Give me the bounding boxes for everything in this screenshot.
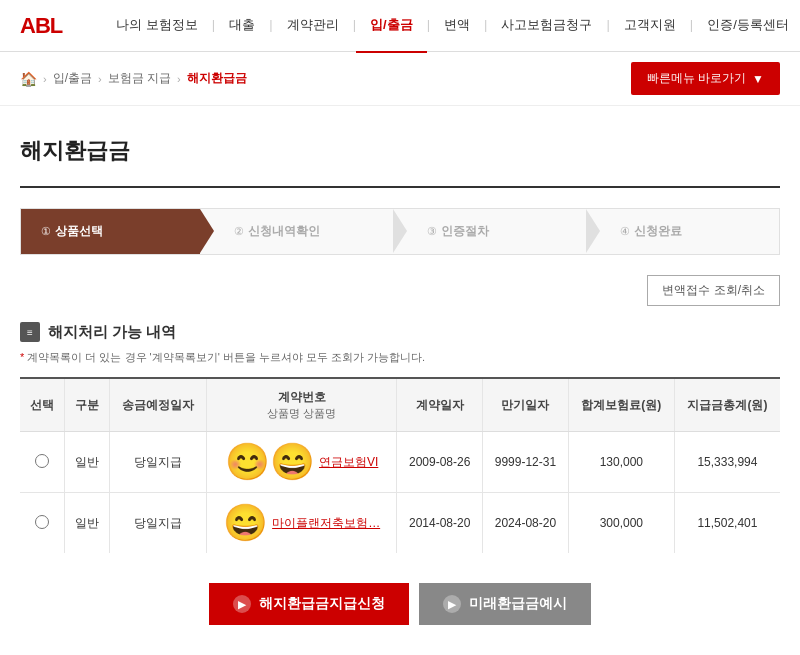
table-header-row: 선택 구분 송금예정일자 계약번호 상품명 상품명 계약일자 만기일자 합계보험… bbox=[20, 378, 780, 432]
cell-product-1: 😊😄 연금보험VI bbox=[206, 432, 396, 493]
th-만기일자: 만기일자 bbox=[483, 378, 569, 432]
cancel-button[interactable]: 변액접수 조회/취소 bbox=[647, 275, 780, 306]
th-gubun: 구분 bbox=[64, 378, 109, 432]
cell-송금예정일자-2: 당일지급 bbox=[109, 493, 206, 554]
cell-합계보험료-2: 300,000 bbox=[568, 493, 674, 554]
step-1-num: ① bbox=[41, 225, 51, 238]
cell-gubun-1: 일반 bbox=[64, 432, 109, 493]
future-icon: ▶ bbox=[443, 595, 461, 613]
table-row: 일반 당일지급 😄 마이플랜저축보험… 2014-08-20 2024-08-2… bbox=[20, 493, 780, 554]
cell-합계보험료-1: 130,000 bbox=[568, 432, 674, 493]
apply-icon: ▶ bbox=[233, 595, 251, 613]
th-송금예정일자: 송금예정일자 bbox=[109, 378, 206, 432]
breadcrumb-current: 해지환급금 bbox=[187, 70, 247, 87]
breadcrumb-sep-0: › bbox=[43, 73, 47, 85]
step-3-arrow bbox=[586, 209, 600, 253]
main-content: 해지환급금 ① 상품선택 ② 신청내역확인 ③ 인증절차 ④ 신청완료 변액접수… bbox=[0, 106, 800, 655]
home-icon[interactable]: 🏠 bbox=[20, 71, 37, 87]
step-2-label: 신청내역확인 bbox=[248, 223, 320, 240]
cancel-row: 변액접수 조회/취소 bbox=[20, 275, 780, 306]
step-3-num: ③ bbox=[427, 225, 437, 238]
cell-지급금총계-1: 15,333,994 bbox=[674, 432, 780, 493]
cell-계약일자-1: 2009-08-26 bbox=[397, 432, 483, 493]
step-3: ③ 인증절차 bbox=[407, 209, 586, 254]
product-link-1[interactable]: 연금보험VI bbox=[319, 454, 378, 471]
main-nav: 나의 보험정보 | 대출 | 계약관리 | 입/출금 | 변액 | 사고보험금청… bbox=[102, 0, 800, 53]
cell-만기일자-1: 9999-12-31 bbox=[483, 432, 569, 493]
breadcrumb-payment[interactable]: 보험금 지급 bbox=[108, 70, 171, 87]
cell-계약일자-2: 2014-08-20 bbox=[397, 493, 483, 554]
policy-table: 선택 구분 송금예정일자 계약번호 상품명 상품명 계약일자 만기일자 합계보험… bbox=[20, 377, 780, 553]
step-3-label: 인증절차 bbox=[441, 223, 489, 240]
nav-accident[interactable]: 사고보험금청구 bbox=[487, 0, 606, 53]
site-header: ABL 나의 보험정보 | 대출 | 계약관리 | 입/출금 | 변액 | 사고… bbox=[0, 0, 800, 52]
section-title: 해지처리 가능 내역 bbox=[48, 323, 176, 342]
cell-만기일자-2: 2024-08-20 bbox=[483, 493, 569, 554]
cell-select-1[interactable] bbox=[20, 432, 64, 493]
nav-customer[interactable]: 고객지원 bbox=[610, 0, 690, 53]
th-지급금총계: 지급금총계(원) bbox=[674, 378, 780, 432]
nav-auth[interactable]: 인증/등록센터 bbox=[693, 0, 800, 53]
nav-variable[interactable]: 변액 bbox=[430, 0, 484, 53]
cell-gubun-2: 일반 bbox=[64, 493, 109, 554]
product-link-2[interactable]: 마이플랜저축보험… bbox=[272, 515, 380, 532]
page-title: 해지환급금 bbox=[20, 126, 780, 188]
site-logo[interactable]: ABL bbox=[20, 13, 62, 39]
step-2: ② 신청내역확인 bbox=[214, 209, 393, 254]
step-2-num: ② bbox=[234, 225, 244, 238]
step-1-arrow bbox=[200, 209, 214, 253]
future-label: 미래환급금예시 bbox=[469, 595, 567, 613]
apply-button[interactable]: ▶ 해지환급금지급신청 bbox=[209, 583, 409, 625]
cell-지급금총계-2: 11,502,401 bbox=[674, 493, 780, 554]
breadcrumb-sep-1: › bbox=[98, 73, 102, 85]
step-1-label: 상품선택 bbox=[55, 223, 103, 240]
step-1: ① 상품선택 bbox=[21, 209, 200, 254]
nav-loan[interactable]: 대출 bbox=[215, 0, 269, 53]
table-row: 일반 당일지급 😊😄 연금보험VI 2009-08-26 9999-12-31 … bbox=[20, 432, 780, 493]
quick-menu-button[interactable]: 빠른메뉴 바로가기 ▼ bbox=[631, 62, 780, 95]
cell-product-2: 😄 마이플랜저축보험… bbox=[206, 493, 396, 554]
breadcrumb-bar: 🏠 › 입/출금 › 보험금 지급 › 해지환급금 빠른메뉴 바로가기 ▼ bbox=[0, 52, 800, 106]
th-select: 선택 bbox=[20, 378, 64, 432]
cell-select-2[interactable] bbox=[20, 493, 64, 554]
radio-select-1[interactable] bbox=[35, 454, 49, 468]
breadcrumb-deposit[interactable]: 입/출금 bbox=[53, 70, 92, 87]
nav-my-insurance[interactable]: 나의 보험정보 bbox=[102, 0, 212, 53]
chevron-down-icon: ▼ bbox=[752, 72, 764, 86]
breadcrumb-sep-2: › bbox=[177, 73, 181, 85]
quick-menu-label: 빠른메뉴 바로가기 bbox=[647, 70, 746, 87]
th-contract-num: 계약번호 상품명 상품명 bbox=[206, 378, 396, 432]
apply-label: 해지환급금지급신청 bbox=[259, 595, 385, 613]
step-indicator: ① 상품선택 ② 신청내역확인 ③ 인증절차 ④ 신청완료 bbox=[20, 208, 780, 255]
step-2-arrow bbox=[393, 209, 407, 253]
section-note: 계약목록이 더 있는 경우 '계약목록보기' 버튼을 누르셔야 모두 조회가 가… bbox=[20, 350, 780, 365]
step-4-num: ④ bbox=[620, 225, 630, 238]
cell-송금예정일자-1: 당일지급 bbox=[109, 432, 206, 493]
emoji-1: 😊😄 bbox=[225, 444, 315, 480]
section-header: ≡ 해지처리 가능 내역 bbox=[20, 322, 780, 342]
emoji-2: 😄 bbox=[223, 505, 268, 541]
bottom-buttons: ▶ 해지환급금지급신청 ▶ 미래환급금예시 bbox=[20, 583, 780, 645]
radio-select-2[interactable] bbox=[35, 515, 49, 529]
th-계약일자: 계약일자 bbox=[397, 378, 483, 432]
step-4-label: 신청완료 bbox=[634, 223, 682, 240]
nav-deposit-withdrawal[interactable]: 입/출금 bbox=[356, 0, 427, 53]
th-합계보험료: 합계보험료(원) bbox=[568, 378, 674, 432]
future-button[interactable]: ▶ 미래환급금예시 bbox=[419, 583, 591, 625]
list-icon: ≡ bbox=[20, 322, 40, 342]
step-4: ④ 신청완료 bbox=[600, 209, 779, 254]
nav-contract[interactable]: 계약관리 bbox=[273, 0, 353, 53]
